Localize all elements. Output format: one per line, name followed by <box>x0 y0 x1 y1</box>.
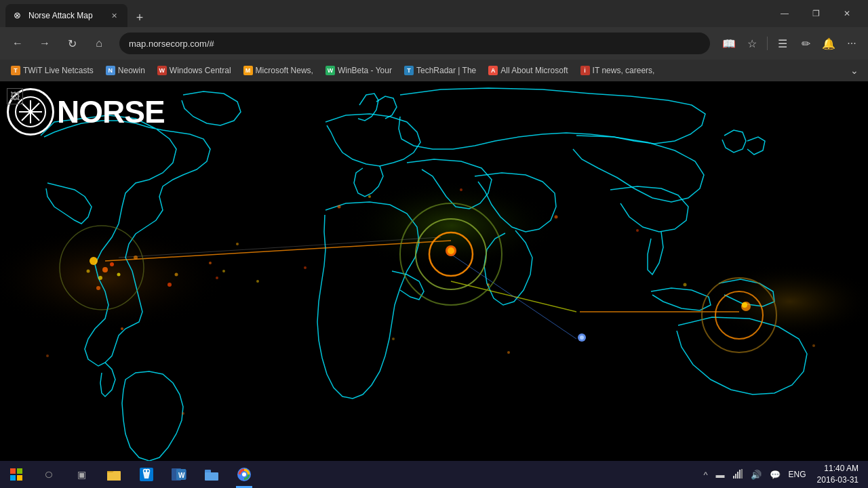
svg-point-26 <box>222 270 225 272</box>
svg-point-48 <box>46 354 49 357</box>
bookmark-neowin[interactable]: N Neowin <box>100 64 151 77</box>
title-bar: ⊗ Norse Attack Map ✕ + — ❐ ✕ <box>0 0 868 27</box>
web-notes-button[interactable]: ✏ <box>795 33 816 54</box>
svg-rect-69 <box>205 472 218 481</box>
refresh-button[interactable]: ↻ <box>60 31 84 56</box>
notification-icon[interactable]: 💬 <box>767 470 783 480</box>
close-button[interactable]: ✕ <box>831 3 863 24</box>
svg-rect-3 <box>0 81 868 461</box>
norse-logo-text: NORSE <box>57 94 165 130</box>
svg-point-37 <box>368 195 371 198</box>
svg-rect-58 <box>17 475 22 481</box>
tabs-area: ⊗ Norse Attack Map ✕ + <box>5 0 766 27</box>
windows-logo-icon <box>10 468 22 481</box>
bookmark-twit-label: TWiT Live Netcasts <box>23 66 94 75</box>
bookmark-all-ms[interactable]: A All About Microsoft <box>483 64 573 77</box>
svg-point-17 <box>98 276 102 280</box>
bookmark-wc-label: Windows Central <box>170 66 231 75</box>
taskbar-app-store[interactable] <box>130 461 163 488</box>
task-view-button[interactable]: ▣ <box>65 461 98 488</box>
file-explorer-icon <box>106 467 121 482</box>
main-content: NORSE 🖼 <box>0 81 868 461</box>
svg-point-22 <box>87 270 90 273</box>
bookmark-wb-icon: W <box>326 66 335 75</box>
hub-button[interactable]: ☰ <box>772 33 793 54</box>
svg-point-24 <box>175 273 178 277</box>
nav-bar: ← → ↻ ⌂ map.norsecorp.com/# 📖 ☆ ☰ ✏ 🔔 ··… <box>0 27 868 60</box>
more-button[interactable]: ··· <box>841 33 863 54</box>
image-placeholder-icon: 🖼 <box>7 88 23 104</box>
minimize-button[interactable]: — <box>769 3 800 24</box>
search-button[interactable]: ○ <box>33 461 65 488</box>
network-icon[interactable] <box>730 469 745 481</box>
world-map <box>0 81 868 461</box>
svg-point-38 <box>460 188 462 191</box>
new-tab-button[interactable]: + <box>130 8 149 27</box>
back-button[interactable]: ← <box>5 31 30 56</box>
svg-point-49 <box>812 344 815 347</box>
volume-icon[interactable]: 🔊 <box>748 470 764 480</box>
bookmark-techradar[interactable]: T TechRadar | The <box>399 64 481 77</box>
bookmarks-overflow-button[interactable]: ⌄ <box>846 62 863 79</box>
svg-point-35 <box>236 243 239 245</box>
clock-time: 11:40 AM <box>824 463 859 474</box>
bookmark-wb-label: WinBeta - Your <box>338 66 392 75</box>
taskbar: ○ ▣ W <box>0 461 868 488</box>
bookmark-windows-central[interactable]: W Windows Central <box>152 64 237 77</box>
bookmark-it-news[interactable]: i IT news, careers, <box>575 64 660 77</box>
bookmark-twit-icon: T <box>11 66 20 75</box>
svg-rect-74 <box>733 476 734 479</box>
svg-rect-76 <box>737 472 738 479</box>
svg-rect-78 <box>741 469 743 479</box>
svg-point-43 <box>507 351 510 354</box>
bookmark-wc-icon: W <box>157 66 167 75</box>
bookmark-it-icon: i <box>580 66 590 75</box>
cortana-button[interactable]: 🔔 <box>818 33 840 54</box>
reader-view-button[interactable]: 📖 <box>718 33 740 54</box>
forward-button[interactable]: → <box>33 31 57 56</box>
svg-point-23 <box>167 283 172 287</box>
taskbar-right: ^ ▬ 🔊 💬 ENG 11:40 AM 2016-03-31 <box>701 461 868 488</box>
start-button[interactable] <box>0 461 33 488</box>
bookmark-neowin-label: Neowin <box>118 66 145 75</box>
taskbar-app-chrome[interactable] <box>228 461 260 488</box>
bookmark-it-label: IT news, careers, <box>593 66 655 75</box>
norse-logo: NORSE <box>7 88 165 136</box>
taskbar-app-word[interactable]: W <box>163 461 195 488</box>
taskbar-app-explorer[interactable] <box>98 461 130 488</box>
maximize-button[interactable]: ❐ <box>800 3 831 24</box>
address-bar[interactable]: map.norsecorp.com/# <box>119 33 710 54</box>
home-button[interactable]: ⌂ <box>87 31 111 56</box>
bookmark-ms-news[interactable]: M Microsoft News, <box>238 64 319 77</box>
clock-date: 2016-03-31 <box>817 474 859 486</box>
svg-point-20 <box>117 273 121 277</box>
window-controls: — ❐ ✕ <box>769 3 863 24</box>
svg-rect-56 <box>17 468 22 474</box>
bookmark-winbeta[interactable]: W WinBeta - Your <box>320 64 397 77</box>
network-signal-icon <box>733 469 743 479</box>
files-app-icon <box>204 467 219 482</box>
svg-point-36 <box>338 205 341 209</box>
bookmark-ms-label: Microsoft News, <box>256 66 313 75</box>
bookmarks-bar: T TWiT Live Netcasts N Neowin W Windows … <box>0 60 868 81</box>
svg-rect-75 <box>735 474 736 479</box>
tab-close-button[interactable]: ✕ <box>108 10 119 21</box>
bookmark-am-icon: A <box>488 66 498 75</box>
taskbar-left: ○ ▣ W <box>0 461 260 488</box>
svg-point-45 <box>182 412 184 415</box>
svg-point-25 <box>209 262 212 264</box>
active-tab[interactable]: ⊗ Norse Attack Map ✕ <box>5 4 127 27</box>
tab-title: Norse Attack Map <box>28 11 104 20</box>
svg-point-13 <box>448 247 454 254</box>
bookmark-tr-icon: T <box>404 66 414 75</box>
nav-divider <box>767 37 768 50</box>
svg-point-41 <box>636 229 639 232</box>
svg-point-32 <box>580 336 584 340</box>
svg-point-47 <box>304 266 307 269</box>
clock[interactable]: 11:40 AM 2016-03-31 <box>812 463 864 486</box>
url-text: map.norsecorp.com/# <box>129 39 214 49</box>
taskbar-app-files[interactable] <box>195 461 228 488</box>
bookmark-twit[interactable]: T TWiT Live Netcasts <box>5 64 99 77</box>
show-hidden-icons-button[interactable]: ^ <box>701 470 710 480</box>
favorites-button[interactable]: ☆ <box>741 33 763 54</box>
